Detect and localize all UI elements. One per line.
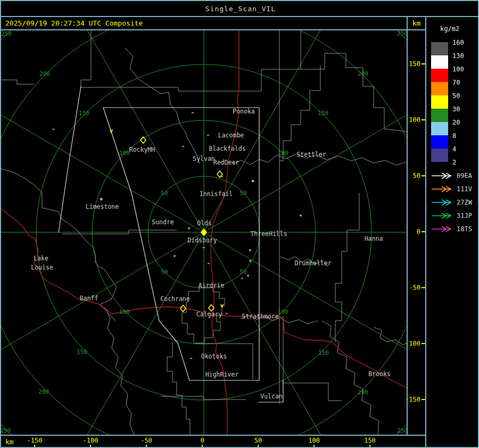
right-axis: 150100500-50-100-150 <box>408 30 426 435</box>
scale-value-label: 70 <box>452 79 460 86</box>
ring-distance-label: 200 <box>358 70 368 77</box>
town-marker: ^ <box>191 111 194 117</box>
radar-site-center-marker <box>201 229 207 235</box>
divider-map-bottom <box>1 435 426 436</box>
right-axis-tick <box>422 343 425 344</box>
city-label: Airdrie <box>199 282 225 289</box>
town-marker: ^ <box>207 262 210 267</box>
city-label: Louise <box>31 264 53 271</box>
ring-distance-label: 50 <box>161 190 168 197</box>
right-axis-unit-label: km <box>408 19 425 27</box>
map-canvas[interactable]: 5050505010010010010015015015015020020020… <box>1 30 407 435</box>
county-boundary <box>279 65 320 161</box>
radar-arrow-icon <box>431 199 453 206</box>
ring-distance-label: 150 <box>77 348 87 355</box>
title-bar: Single_Scan_VIL <box>1 1 479 16</box>
azimuth-line <box>49 30 204 232</box>
right-axis-tick-label: 50 <box>413 173 420 179</box>
bottom-axis-tick-label: 150 <box>364 437 376 444</box>
scale-value-label: 160 <box>452 39 464 46</box>
bottom-axis-tick <box>34 445 35 448</box>
radar-legend-row: 111V <box>431 185 479 193</box>
radar-arrow-icon <box>431 212 453 219</box>
radar-id-label: 111V <box>457 185 472 193</box>
radar-id-label: 31JP <box>457 212 472 219</box>
county-boundary <box>283 316 342 401</box>
scale-value-label: 50 <box>452 93 460 99</box>
ring-distance-label: 50 <box>161 268 168 275</box>
city-label: Ponoka <box>233 108 255 115</box>
town-marker: ^ <box>189 357 193 362</box>
town-marker: + <box>299 213 302 218</box>
scale-value-label: 20 <box>452 119 460 126</box>
bottom-axis-tick <box>90 445 91 448</box>
city-label: HighRiver <box>205 371 238 378</box>
radar-arrow-icon <box>431 185 453 193</box>
ring-distance-label: 100 <box>278 308 288 315</box>
city-label: Lacombe <box>218 132 244 139</box>
azimuth-line <box>204 232 407 387</box>
divider-header-bottom <box>1 29 426 30</box>
ring-distance-label: 200 <box>358 389 368 396</box>
city-label: RockyMH <box>129 146 155 153</box>
county-boundary <box>167 342 190 435</box>
right-axis-tick-label: -50 <box>409 284 420 291</box>
bottom-axis-tick-label: -150 <box>27 437 43 444</box>
county-boundary <box>42 208 117 321</box>
city-label: Drumheller <box>294 259 331 267</box>
timestamp-label: 2025/09/19 20:27:34 UTC Composite <box>5 19 143 27</box>
city-label: Stettler <box>296 151 326 158</box>
right-axis-tick <box>422 287 425 288</box>
right-axis-tick <box>422 119 425 120</box>
ring-distance-label: 150 <box>318 110 328 117</box>
city-label: Blackfalds <box>209 145 245 152</box>
city-label: RedDeer <box>213 159 240 166</box>
ring-distance-label: 100 <box>119 308 130 315</box>
radar-legend-row: 27ZW <box>431 198 479 207</box>
ring-distance-label: 50 <box>240 190 246 197</box>
county-boundary <box>161 396 246 400</box>
legend-unit-label: kg/m2 <box>427 25 473 32</box>
scale-value-label: 130 <box>452 53 464 59</box>
radar-legend-row: 18TS <box>431 225 479 233</box>
azimuth-line <box>204 30 358 232</box>
county-boundary <box>81 30 301 91</box>
ring-distance-label: 200 <box>39 70 50 77</box>
radar-legend-row: 09EA <box>431 172 479 180</box>
scale-color-swatch <box>431 149 448 162</box>
county-boundary <box>322 321 379 435</box>
scale-color-swatch <box>431 55 448 69</box>
storm-vector-marker: v <box>110 127 113 134</box>
ring-distance-label: 250 <box>1 427 11 434</box>
scale-color-swatch <box>431 109 448 122</box>
city-label: Sundre <box>152 218 174 226</box>
right-axis-tick <box>422 231 425 232</box>
city-label: Vulcan <box>260 393 283 400</box>
scale-color-swatch <box>431 95 448 109</box>
radar-site-marker <box>141 137 146 143</box>
scale-value-label: 8 <box>452 133 456 139</box>
scale-color-swatch <box>431 69 448 82</box>
storm-vector-marker: v <box>220 302 224 309</box>
bottom-axis-tick-label: 50 <box>254 437 262 444</box>
bottom-axis-tick <box>202 445 203 448</box>
ring-distance-label: 250 <box>397 30 407 37</box>
city-label: Strathmore <box>242 313 278 320</box>
bottom-axis-tick <box>258 445 259 448</box>
city-label: Cochrane <box>160 295 189 303</box>
town-marker: ^ <box>181 145 185 150</box>
right-axis-tick <box>422 399 425 400</box>
ring-distance-label: 50 <box>240 268 246 275</box>
town-marker: ^ <box>241 277 244 282</box>
town-marker: * <box>251 178 254 186</box>
bottom-axis-tick <box>313 445 315 448</box>
scale-color-swatch <box>431 135 448 149</box>
scale-value-label: 4 <box>452 146 456 152</box>
county-boundary <box>1 80 34 84</box>
city-label: Brooks <box>368 370 391 378</box>
city-label: Hanna <box>365 235 383 242</box>
scale-color-swatch <box>431 122 448 135</box>
scale-color-swatch <box>431 42 448 55</box>
bottom-axis-tick-label: 0 <box>200 437 204 444</box>
radar-id-label: 09EA <box>457 172 472 180</box>
